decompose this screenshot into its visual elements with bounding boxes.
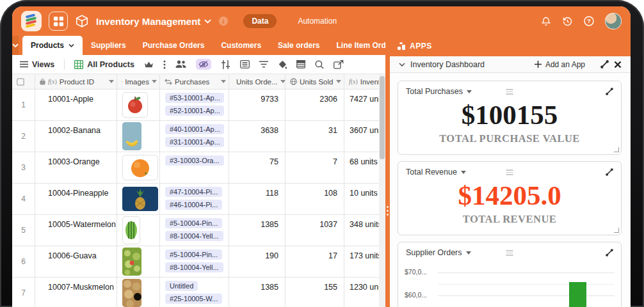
card-title-dropdown[interactable]: Total Revenue [406,168,466,177]
units-sold-cell[interactable]: 108 [286,184,344,214]
images-cell[interactable] [117,152,160,183]
search-icon[interactable] [315,60,324,69]
purchase-chip[interactable]: #8-10004-Yell... [165,231,223,241]
expand-card-icon[interactable] [606,249,613,256]
product-id-cell[interactable]: 10001-Apple [35,90,117,120]
expand-panel-icon[interactable] [600,60,609,68]
nav-tab-data[interactable]: Data [243,14,277,28]
units-ordered-cell[interactable]: 9733 [229,90,286,120]
units-ordered-cell[interactable]: 118 [229,184,286,214]
checkbox[interactable] [17,78,24,86]
units-sold-cell[interactable]: 1037 [286,215,344,246]
purchase-chip[interactable]: #53-10001-Ap... [165,93,224,103]
table-row[interactable]: 1 10001-Apple #53-10001-Ap... #52-10001-… [12,90,385,121]
column-header-units-ordered[interactable]: Units Orde... [229,74,286,89]
purchase-chip[interactable]: #3-10003-Ora... [165,155,224,166]
expand-card-icon[interactable] [606,168,613,176]
purchase-chip[interactable]: #5-10004-Pin... [165,218,222,228]
filter-icon[interactable] [259,61,268,68]
stackby-logo[interactable] [21,11,42,31]
product-id-cell[interactable]: 10005-Watermelon [35,215,117,246]
card-title-dropdown[interactable]: Total Purchases [406,87,472,96]
units-sold-cell[interactable]: 7 [286,152,344,183]
units-sold-cell[interactable]: 155 [286,278,344,307]
product-id-cell[interactable]: 10003-Orange [35,152,117,183]
banana-image[interactable] [122,122,141,150]
purchases-cell[interactable]: #40-10001-Ap... #31-10001-Ap... [160,121,229,152]
purchase-chip[interactable]: #8-10004-Yell... [165,262,223,272]
guava-image[interactable] [122,248,141,276]
units-ordered-cell[interactable]: 1385 [229,278,286,307]
images-cell[interactable] [117,121,160,152]
resize-corner[interactable] [614,228,619,233]
units-sold-cell[interactable]: 17 [286,246,344,277]
views-menu-button[interactable]: Views [20,60,54,69]
tab-products[interactable]: Products [22,36,83,55]
purchase-chip[interactable]: Untitled [165,281,198,291]
purchase-chip[interactable]: #5-10004-Pin... [165,249,222,260]
units-sold-cell[interactable]: 2306 [286,90,344,120]
product-id-cell[interactable]: 10007-Muskmelon [35,278,117,307]
color-fill-icon[interactable] [278,60,287,69]
info-icon[interactable]: i [218,16,229,26]
column-header-units-sold[interactable]: Units Sold [286,74,344,89]
table-row[interactable]: 7 10007-Muskmelon Untitled #25-10005-W..… [12,278,385,307]
notifications-bell-icon[interactable] [541,16,551,27]
tab-purchase-orders[interactable]: Purchase Orders [134,36,213,55]
base-cube-icon[interactable] [75,14,89,28]
units-ordered-cell[interactable]: 75 [229,152,286,183]
images-cell[interactable] [117,246,160,277]
grid-scrollbar[interactable] [379,74,385,307]
purchase-chip[interactable]: #52-10001-Ap... [165,106,224,116]
purchases-cell[interactable]: Untitled #25-10005-W... [160,278,229,307]
purchases-cell[interactable]: #5-10004-Pin... #8-10004-Yell... [160,215,229,246]
tables-menu-chevron[interactable] [12,36,19,55]
images-cell[interactable] [117,278,160,307]
table-row[interactable]: 3 10003-Orange #3-10003-Ora... 75 7 68 u… [12,152,385,184]
product-id-cell[interactable]: 10006-Guava [35,246,117,277]
units-sold-cell[interactable]: 31 [286,121,344,152]
column-header-product-id[interactable]: f(x) Product ID [35,74,117,89]
resize-corner[interactable] [614,147,619,152]
history-icon[interactable] [562,16,573,27]
user-avatar[interactable] [605,13,622,29]
table-row[interactable]: 2 10002-Banana #40-10001-Ap... #31-10001… [12,121,385,152]
column-header-images[interactable]: Images [117,74,160,89]
tab-suppliers[interactable]: Suppliers [83,36,134,55]
watermelon-image[interactable] [122,216,140,244]
pineapple-image[interactable] [122,187,158,211]
current-view-button[interactable]: All Products [74,60,134,69]
more-options-icon[interactable] [163,60,166,69]
hide-fields-icon[interactable] [196,59,211,70]
scrollbar-thumb[interactable] [380,76,385,159]
drag-handle-icon[interactable] [506,169,513,175]
purchase-chip[interactable]: #31-10001-Ap... [165,137,224,147]
images-cell[interactable] [117,184,160,214]
product-id-cell[interactable]: 10002-Banana [35,121,117,152]
crown-icon[interactable] [144,61,154,68]
product-id-cell[interactable]: 10004-Pineapple [35,184,117,214]
units-ordered-cell[interactable]: 190 [229,246,286,277]
purchases-cell[interactable]: #47-10004-Pi... #46-10004-Pi... [160,184,229,214]
muskmelon-image[interactable] [122,279,141,307]
close-panel-icon[interactable] [614,61,622,68]
images-cell[interactable] [117,215,160,246]
row-height-icon[interactable] [296,60,305,68]
collaborators-icon[interactable] [175,60,186,68]
table-row[interactable]: 5 10005-Watermelon #5-10004-Pin... #8-10… [12,215,385,246]
card-title-dropdown[interactable]: Supplier Orders [406,248,471,257]
purchase-chip[interactable]: #25-10005-W... [165,294,222,304]
apple-image[interactable] [122,92,148,118]
purchases-cell[interactable]: #5-10004-Pin... #8-10004-Yell... [160,246,229,277]
base-title[interactable]: Inventory Management [96,16,211,27]
orange-image[interactable] [122,155,158,180]
table-row[interactable]: 4 10004-Pineapple #47-10004-Pi... #46-10… [12,184,385,215]
nav-tab-automation[interactable]: Automation [298,17,337,26]
drag-handle-icon[interactable] [506,89,513,95]
add-an-app-button[interactable]: Add an App [535,60,585,69]
purchases-cell[interactable]: #53-10001-Ap... #52-10001-Ap... [160,90,229,120]
tab-sale-orders[interactable]: Sale orders [270,36,328,55]
share-view-icon[interactable] [334,60,344,69]
adjust-sliders-icon[interactable] [221,60,230,69]
table-row[interactable]: 6 10006-Guava #5-10004-Pin... #8-10004-Y… [12,246,385,278]
